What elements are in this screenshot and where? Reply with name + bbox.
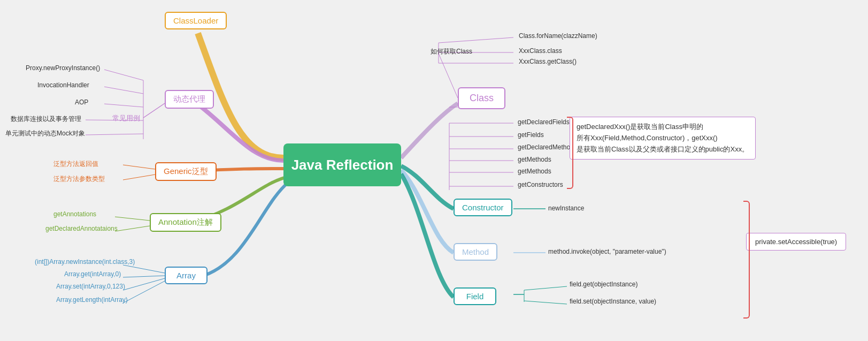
- class-sub-label: 如何获取Class: [431, 47, 472, 56]
- svg-line-3: [104, 87, 143, 94]
- dynamic-node: 动态代理: [165, 90, 214, 109]
- svg-line-33: [524, 301, 567, 304]
- dynamic-leaf-2: InvocationHandler: [37, 81, 89, 89]
- svg-line-11: [123, 265, 165, 273]
- dynamic-sub-label: 常见用例: [112, 113, 140, 123]
- class-leaf-4: getMethods: [518, 156, 551, 163]
- class-leaf-6: getConstructors: [518, 181, 563, 188]
- annotation-leaf-1: getAnnotations: [53, 210, 96, 218]
- dynamic-leaf-3: AOP: [75, 98, 88, 106]
- dynamic-leaf-4: 数据库连接以及事务管理: [11, 115, 81, 124]
- constructor-node: Constructor: [454, 199, 512, 216]
- svg-line-10: [115, 226, 150, 231]
- svg-line-9: [115, 217, 150, 221]
- generic-leaf-1: 泛型方法返回值: [53, 160, 98, 169]
- generic-leaf-2: 泛型方法参数类型: [53, 175, 105, 184]
- class-leaf-5: getMethods: [518, 168, 551, 175]
- class-leaf-2: getFields: [518, 131, 544, 139]
- svg-line-17: [439, 37, 513, 43]
- dynamic-leaf-1: Proxy.newProxyInstance(): [26, 64, 100, 72]
- svg-line-6: [86, 134, 143, 135]
- array-leaf-1: (int[])Array.newInstance(int.class,3): [35, 258, 135, 266]
- generic-node: Generic泛型: [155, 162, 217, 181]
- private-red-bracket: [743, 201, 750, 319]
- svg-line-2: [104, 70, 143, 80]
- svg-line-32: [524, 286, 567, 290]
- method-node: Method: [454, 243, 497, 261]
- svg-line-12: [123, 276, 165, 277]
- array-leaf-2: Array.get(intArray,0): [64, 270, 121, 278]
- svg-line-7: [123, 165, 155, 169]
- array-leaf-3: Array.set(intArray,0,123): [56, 283, 125, 290]
- annotation-leaf-2: getDeclaredAnnotataions: [45, 225, 118, 232]
- svg-line-4: [104, 104, 143, 107]
- class-sub-leaf-1: Class.forName(clazzName): [519, 32, 597, 40]
- field-node: Field: [454, 287, 496, 305]
- class-leaf-1: getDeclaredFields: [518, 118, 570, 126]
- array-leaf-4: Array.getLength(intArray): [56, 296, 128, 304]
- field-leaf-1: field.get(objectInstance): [570, 281, 637, 288]
- class-info-box: getDeclaredXxx()是获取当前Class申明的 所有Xxx(Fiel…: [570, 117, 756, 160]
- class-sub-leaf-3: XxxClass.getClass(): [519, 58, 577, 65]
- class-sub-leaf-2: XxxClass.class: [519, 47, 562, 55]
- constructor-leaf: newInstance: [548, 204, 584, 212]
- svg-line-8: [123, 175, 155, 180]
- svg-line-15: [439, 54, 458, 98]
- center-node: Java Reflection: [283, 143, 401, 186]
- method-leaf: method.invoke(object, "parameter-value"): [548, 248, 666, 255]
- private-box: private.setAccessible(true): [746, 233, 846, 251]
- classloader-node: ClassLoader: [165, 12, 227, 29]
- class-red-bracket: [567, 117, 573, 189]
- field-leaf-2: field.set(objectInstance, value): [570, 298, 656, 305]
- array-node: Array: [165, 267, 208, 284]
- class-node: Class: [458, 87, 505, 109]
- svg-line-0: [143, 103, 165, 118]
- annotation-node: Annotation注解: [150, 213, 221, 232]
- dynamic-leaf-5: 单元测试中的动态Mock对象: [5, 129, 85, 138]
